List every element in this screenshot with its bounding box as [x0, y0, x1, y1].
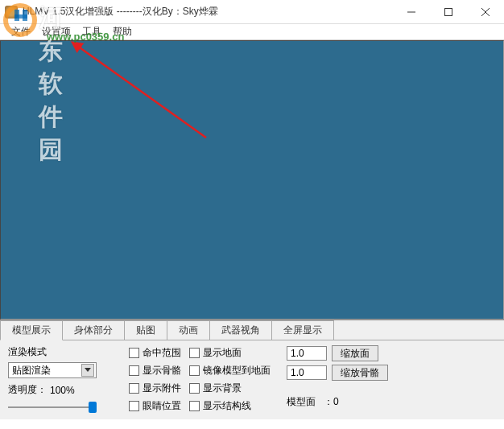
checkbox-mirror-ground[interactable] [189, 365, 200, 376]
checkbox-eye-pos[interactable] [129, 401, 139, 411]
app-icon [5, 6, 18, 19]
menu-file[interactable]: 文件 [6, 23, 35, 40]
svg-marker-10 [85, 368, 91, 372]
label-show-skeleton: 显示骨骼 [143, 364, 181, 377]
chevron-down-icon [81, 364, 94, 377]
checkbox-show-attach[interactable] [129, 383, 139, 394]
annotation-arrow-icon [69, 41, 214, 146]
tab-texture[interactable]: 贴图 [124, 320, 167, 340]
model-face-label: 模型面 [287, 395, 316, 409]
slider-thumb[interactable] [89, 402, 97, 413]
tab-body-parts[interactable]: 身体部分 [62, 320, 125, 340]
checkbox-show-bg[interactable] [189, 383, 200, 394]
window-title: HLMV 1.5汉化增强版 --------汉化By：Sky烨霖 [23, 5, 393, 19]
menu-options[interactable]: 设置项 [37, 23, 76, 40]
checkbox-show-wireframe[interactable] [189, 401, 200, 411]
render-mode-value: 贴图渲染 [12, 364, 51, 377]
scale-bone-input[interactable]: 1.0 [287, 365, 327, 380]
svg-line-9 [77, 46, 206, 138]
tab-model-display[interactable]: 模型展示 [0, 320, 63, 340]
tab-weapon-view[interactable]: 武器视角 [209, 320, 272, 340]
label-mirror-ground: 镜像模型到地面 [203, 364, 271, 377]
titlebar: HLMV 1.5汉化增强版 --------汉化By：Sky烨霖 [0, 0, 504, 24]
model-face-value: ：0 [324, 395, 339, 409]
label-show-attach: 显示附件 [143, 382, 181, 395]
render-mode-label: 渲染模式 [8, 345, 121, 359]
scale-face-input[interactable]: 1.0 [287, 346, 327, 361]
menu-help[interactable]: 帮助 [108, 23, 137, 40]
bottom-panel: 模型展示 身体部分 贴图 动画 武器视角 全屏显示 渲染模式 贴图渲染 透明度：… [0, 320, 504, 419]
maximize-button[interactable] [430, 0, 467, 23]
checkbox-show-ground[interactable] [189, 348, 200, 358]
tab-content: 渲染模式 贴图渲染 透明度： 100% 命中范围 显示骨骼 显示附件 眼睛位置 [0, 340, 504, 419]
checkbox-hit-range[interactable] [129, 348, 139, 358]
menu-tools[interactable]: 工具 [77, 23, 106, 40]
label-show-bg: 显示背景 [203, 382, 242, 395]
render-mode-select[interactable]: 贴图渲染 [8, 362, 97, 378]
tab-animation[interactable]: 动画 [167, 320, 210, 340]
opacity-slider[interactable] [8, 400, 97, 415]
close-button[interactable] [467, 0, 504, 23]
tab-row: 模型展示 身体部分 贴图 动画 武器视角 全屏显示 [0, 320, 504, 340]
menubar: 文件 设置项 工具 帮助 [0, 24, 504, 40]
model-viewport[interactable] [0, 40, 504, 320]
label-hit-range: 命中范围 [143, 346, 181, 360]
checkbox-show-skeleton[interactable] [129, 365, 139, 376]
svg-rect-5 [445, 8, 452, 15]
opacity-label: 透明度： [8, 383, 47, 397]
tab-fullscreen[interactable]: 全屏显示 [271, 320, 334, 340]
scale-bone-button[interactable]: 缩放骨骼 [332, 365, 388, 381]
opacity-value: 100% [50, 385, 75, 396]
label-show-wireframe: 显示结构线 [203, 399, 251, 413]
label-show-ground: 显示地面 [203, 346, 242, 360]
scale-face-button[interactable]: 缩放面 [332, 345, 378, 361]
minimize-button[interactable] [393, 0, 430, 23]
label-eye-pos: 眼睛位置 [143, 399, 181, 413]
